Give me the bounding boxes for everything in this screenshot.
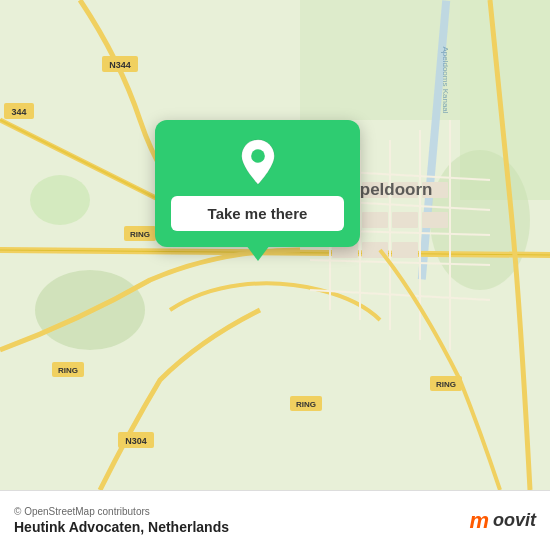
svg-text:344: 344 [11,107,26,117]
svg-text:RING: RING [58,366,78,375]
svg-text:Apeldoorn: Apeldoorn [348,180,433,199]
moovit-m-icon: m [469,508,489,534]
svg-point-2 [30,175,90,225]
svg-text:RING: RING [130,230,150,239]
svg-text:RING: RING [296,400,316,409]
location-name: Heutink Advocaten, Netherlands [14,519,229,535]
moovit-wordmark: oovit [493,510,536,531]
svg-point-48 [251,149,265,163]
copyright-text: © OpenStreetMap contributors [14,506,229,517]
svg-rect-31 [392,242,418,258]
svg-rect-27 [392,212,418,228]
location-pin-icon [234,138,282,186]
take-me-there-button[interactable]: Take me there [171,196,344,231]
map-container: 344 N344 RING RING RING RING N304 Apeldo… [0,0,550,490]
svg-rect-26 [362,212,388,228]
svg-text:RING: RING [436,380,456,389]
svg-rect-28 [422,212,448,228]
footer-left: © OpenStreetMap contributors Heutink Adv… [14,506,229,535]
svg-text:N304: N304 [125,436,147,446]
svg-text:N344: N344 [109,60,131,70]
footer: © OpenStreetMap contributors Heutink Adv… [0,490,550,550]
svg-text:Apeldooms Kanaal: Apeldooms Kanaal [441,46,450,113]
moovit-logo: m oovit [469,508,536,534]
popup-card: Take me there [155,120,360,247]
